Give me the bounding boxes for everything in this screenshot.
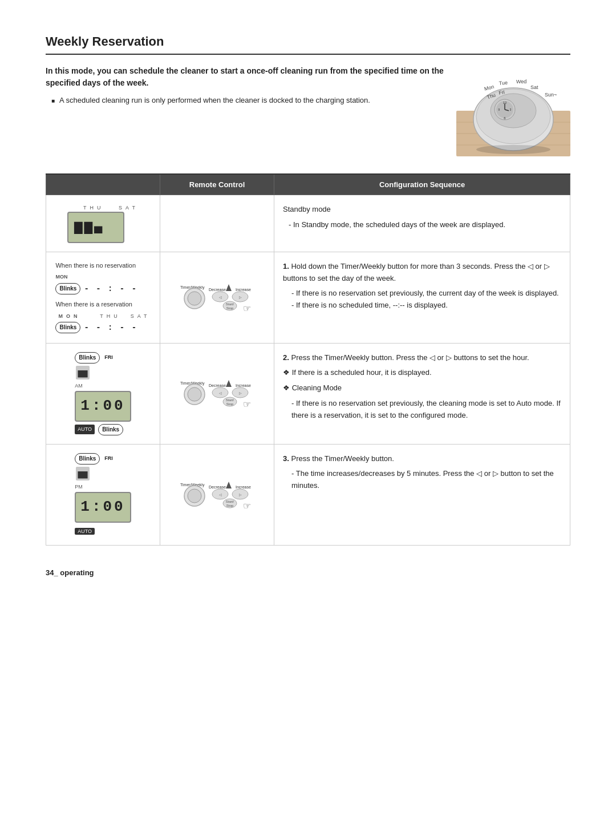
svg-point-41	[188, 387, 201, 401]
no-reservation-label: When there is no reservation	[55, 261, 150, 271]
blinks-badge-2: Blinks	[55, 322, 80, 333]
blinks-badge-4: Blinks	[98, 424, 123, 435]
remote-svg-2: Timer/Weekly Decrease ◁ ▷ Increase Start…	[177, 363, 257, 420]
svg-text:Start/: Start/	[225, 398, 234, 402]
col-header-left	[46, 174, 160, 195]
svg-text:☞: ☞	[243, 501, 251, 511]
svg-point-22	[476, 145, 550, 154]
cell-display-step3: Blinks FRI ▆▆ PM 1:00	[46, 444, 160, 546]
svg-marker-43	[226, 380, 232, 387]
svg-text:Tue: Tue	[499, 80, 508, 86]
standby-label: Standby mode	[283, 204, 561, 216]
page-footer: 34_ operating	[46, 568, 570, 577]
svg-text:Stop: Stop	[226, 306, 233, 310]
svg-text:Decrease: Decrease	[209, 485, 226, 489]
svg-text:▷: ▷	[238, 296, 241, 299]
col-header-config: Configuration Sequence	[274, 174, 570, 195]
cell-display-standby: THU SAT ▆▆▄	[46, 195, 160, 252]
svg-text:Increase: Increase	[236, 485, 251, 489]
svg-text:Mon: Mon	[484, 84, 495, 92]
blinks-badge-5: Blinks	[75, 453, 100, 465]
svg-marker-59	[226, 482, 232, 488]
table-row: Blinks FRI ▆▆ PM 1:00	[46, 444, 570, 546]
main-table: Remote Control Configuration Sequence TH…	[46, 173, 570, 546]
page-title: Weekly Reservation	[46, 34, 570, 55]
cell-remote-step2: Timer/Weekly Decrease ◁ ▷ Increase Start…	[160, 343, 274, 444]
remote-svg-1: Timer/Weekly Decrease ◁ ▷ Increase	[177, 267, 257, 324]
svg-text:▆▆: ▆▆	[78, 469, 88, 479]
svg-text:▷: ▷	[238, 493, 241, 496]
svg-text:▆▆: ▆▆	[78, 368, 88, 378]
svg-text:☞: ☞	[243, 304, 251, 313]
cell-config-step2: 2. Press the Timer/Weekly button. Press …	[274, 343, 570, 444]
with-reservation-label: When there is a reservation	[55, 300, 150, 310]
svg-text:☞: ☞	[243, 399, 251, 409]
svg-text:Fri: Fri	[499, 89, 505, 96]
svg-text:Increase: Increase	[236, 383, 251, 387]
robot-image: 12 3 6 9 Mon Tue Wed Thu Fri Sat Sun~	[456, 65, 570, 156]
svg-text:Sat: Sat	[530, 84, 538, 90]
svg-text:3: 3	[510, 108, 512, 111]
intro-section: In this mode, you can schedule the clean…	[46, 65, 570, 156]
svg-text:Stop: Stop	[226, 402, 233, 406]
cell-remote-step3: Timer/Weekly Decrease ◁ ▷ Increase Start…	[160, 444, 274, 546]
svg-text:◁: ◁	[218, 493, 221, 496]
svg-text:◁: ◁	[218, 296, 221, 299]
blinks-badge-1: Blinks	[55, 283, 80, 294]
table-row: When there is no reservation MON Blinks …	[46, 252, 570, 343]
remote-svg-3: Timer/Weekly Decrease ◁ ▷ Increase Start…	[177, 465, 257, 522]
cell-config-step3: 3. Press the Timer/Weekly button. The ti…	[274, 444, 570, 546]
svg-text:◁: ◁	[218, 391, 221, 395]
svg-text:Decrease: Decrease	[209, 288, 226, 292]
col-header-remote: Remote Control	[160, 174, 274, 195]
intro-bold: In this mode, you can schedule the clean…	[46, 65, 445, 89]
cell-display-step2: Blinks FRI ▆▆ AM 1:00	[46, 343, 160, 444]
svg-text:▷: ▷	[238, 391, 241, 395]
cell-config-standby: Standby mode In Standby mode, the schedu…	[274, 195, 570, 252]
svg-text:Start/: Start/	[225, 500, 234, 503]
svg-text:Stop: Stop	[226, 504, 233, 507]
svg-marker-27	[226, 284, 232, 291]
standby-item: In Standby mode, the scheduled days of t…	[289, 219, 561, 231]
svg-text:9: 9	[499, 108, 500, 111]
svg-text:Wed: Wed	[516, 79, 526, 84]
svg-point-57	[188, 489, 201, 503]
svg-text:Start/: Start/	[225, 302, 234, 306]
table-row: Blinks FRI ▆▆ AM 1:00	[46, 343, 570, 444]
cell-config-step1: 1. Hold down the Timer/Weekly button for…	[274, 252, 570, 343]
intro-text: In this mode, you can schedule the clean…	[46, 65, 445, 106]
table-row: THU SAT ▆▆▄ Standby mode In Standby mode…	[46, 195, 570, 252]
cell-remote-step1: Timer/Weekly Decrease ◁ ▷ Increase	[160, 252, 274, 343]
svg-text:Sun~: Sun~	[545, 92, 557, 98]
svg-text:Increase: Increase	[236, 288, 251, 292]
blinks-badge-3: Blinks	[75, 352, 100, 364]
svg-text:Decrease: Decrease	[209, 383, 226, 387]
cell-display-step1: When there is no reservation MON Blinks …	[46, 252, 160, 343]
svg-point-25	[188, 292, 201, 305]
intro-bullet: A scheduled cleaning run is only perform…	[51, 95, 445, 106]
cell-remote-standby	[160, 195, 274, 252]
